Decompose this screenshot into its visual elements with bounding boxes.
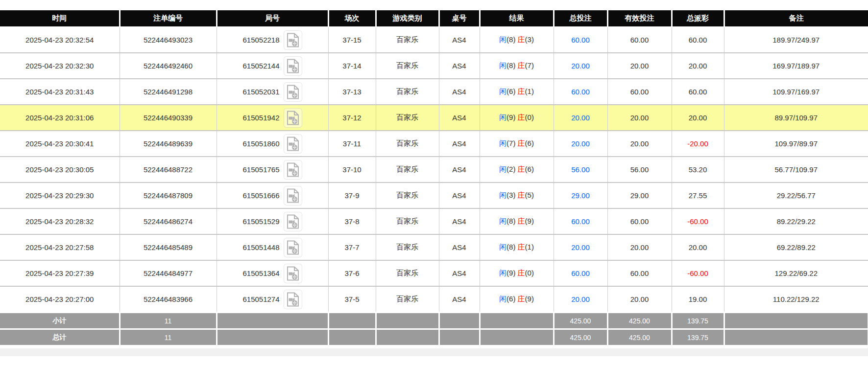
- result-player-label: 闲: [499, 139, 506, 147]
- time-cell: 2025-04-23 20:31:43: [0, 79, 120, 105]
- bet-id-cell: 522446487809: [120, 182, 217, 208]
- remark-cell: 189.97/249.97: [724, 27, 868, 53]
- remark-cell: 110.22/129.22: [724, 286, 868, 313]
- payout-cell: 20.00: [672, 234, 724, 260]
- payout-cell: 27.55: [672, 182, 724, 208]
- valid-bet-cell: 60.00: [607, 260, 672, 286]
- result-banker-score: (0): [525, 269, 534, 277]
- bet-id-cell: 522446485489: [120, 234, 217, 260]
- bet-records-page: 时间注单编号局号场次游戏类别桌号结果总投注有效投注总派彩备注 2025-04-2…: [0, 10, 868, 356]
- column-header-time: 时间: [0, 10, 120, 27]
- session-cell: 37-11: [328, 131, 376, 157]
- total-bet-cell: 20.00: [554, 286, 607, 313]
- video-icon: [287, 59, 299, 73]
- video-replay-button[interactable]: [284, 82, 302, 102]
- total-bet-link[interactable]: 20.00: [571, 139, 590, 148]
- total-bet-cell: 60.00: [554, 27, 607, 53]
- column-header-session: 场次: [328, 10, 376, 27]
- payout-cell: -60.00: [672, 260, 724, 286]
- round-wrap: 615051942: [242, 108, 302, 128]
- table-no-cell: AS4: [439, 260, 480, 286]
- session-cell: 37-14: [328, 53, 376, 79]
- video-replay-button[interactable]: [284, 212, 302, 231]
- payout-cell: -60.00: [672, 208, 724, 234]
- bet-id-cell: 522446493023: [120, 27, 217, 53]
- total-bet-link[interactable]: 20.00: [571, 114, 590, 122]
- result-player-label: 闲: [499, 165, 506, 173]
- remark-cell: 69.22/89.22: [724, 234, 868, 260]
- valid-bet-cell: 56.00: [607, 157, 672, 182]
- table-row: 2025-04-23 20:27:00522446483966615051274…: [0, 286, 868, 313]
- session-cell: 37-12: [328, 105, 376, 131]
- video-replay-button[interactable]: [284, 264, 302, 283]
- total-bet-cell: 56.00: [554, 157, 607, 182]
- subtotal-empty-game: [376, 313, 439, 329]
- game-type-cell: 百家乐: [376, 53, 439, 79]
- video-replay-button[interactable]: [284, 30, 302, 50]
- table-row: 2025-04-23 20:29:30522446487809615051666…: [0, 182, 868, 208]
- result-player-label: 闲: [499, 269, 506, 277]
- time-cell: 2025-04-23 20:27:39: [0, 260, 120, 286]
- result-cell: 闲(2) 庄(6): [480, 157, 554, 182]
- valid-bet-cell: 20.00: [607, 234, 672, 260]
- game-type-cell: 百家乐: [376, 105, 439, 131]
- video-replay-button[interactable]: [284, 134, 302, 154]
- table-row: 2025-04-23 20:31:06522446490339615051942…: [0, 105, 868, 131]
- video-replay-button[interactable]: [284, 290, 302, 309]
- total-empty-session: [328, 329, 376, 346]
- bet-id-cell: 522446491298: [120, 79, 217, 105]
- result-cell: 闲(9) 庄(0): [480, 105, 554, 131]
- session-cell: 37-15: [328, 27, 376, 53]
- round-cell: 615052144: [217, 53, 328, 79]
- round-wrap: 615051765: [242, 160, 302, 180]
- result-banker-label: 庄: [518, 87, 525, 95]
- total-empty-result: [480, 329, 554, 346]
- table-no-cell: AS4: [439, 105, 480, 131]
- total-bet-link[interactable]: 29.00: [571, 191, 590, 200]
- round-wrap: 615051448: [242, 238, 302, 257]
- result-player-score: (3): [506, 191, 518, 199]
- result-player-score: (8): [506, 243, 518, 251]
- subtotal-empty-result: [480, 313, 554, 329]
- remark-cell: 109.97/89.97: [724, 131, 868, 157]
- total-bet-cell: 60.00: [554, 260, 607, 286]
- total-bet-link[interactable]: 56.00: [571, 165, 590, 174]
- total-bet-link[interactable]: 20.00: [571, 295, 590, 303]
- video-replay-button[interactable]: [284, 108, 302, 128]
- result-banker-label: 庄: [518, 191, 525, 199]
- total-bet-link[interactable]: 60.00: [571, 36, 590, 44]
- total-bet-cell: 60.00: [554, 79, 607, 105]
- result-banker-label: 庄: [518, 165, 525, 173]
- video-replay-button[interactable]: [284, 160, 302, 180]
- round-id: 615052218: [242, 36, 279, 44]
- result-player-score: (8): [506, 35, 518, 44]
- total-valid-bet: 425.00: [607, 329, 672, 346]
- total-bet-link[interactable]: 20.00: [571, 243, 590, 251]
- result-cell: 闲(8) 庄(1): [480, 234, 554, 260]
- table-row: 2025-04-23 20:27:39522446484977615051364…: [0, 260, 868, 286]
- video-icon: [287, 85, 299, 99]
- payout-cell: 20.00: [672, 105, 724, 131]
- total-bet-link[interactable]: 60.00: [571, 217, 590, 226]
- total-bet-link[interactable]: 60.00: [571, 269, 590, 277]
- result-banker-label: 庄: [518, 35, 525, 44]
- column-header-round_id: 局号: [217, 10, 328, 27]
- subtotal-empty-table-no: [439, 313, 480, 329]
- result-cell: 闲(8) 庄(7): [480, 53, 554, 79]
- result-player-score: (7): [506, 139, 518, 147]
- total-bet-link[interactable]: 60.00: [571, 88, 590, 96]
- round-id: 615051765: [242, 165, 279, 174]
- remark-cell: 56.77/109.97: [724, 157, 868, 182]
- column-header-game: 游戏类别: [376, 10, 439, 27]
- valid-bet-cell: 20.00: [607, 131, 672, 157]
- total-payout: 139.75: [672, 329, 724, 346]
- result-banker-score: (1): [525, 87, 534, 95]
- video-replay-button[interactable]: [284, 238, 302, 257]
- game-type-cell: 百家乐: [376, 234, 439, 260]
- total-bet-link[interactable]: 20.00: [571, 62, 590, 70]
- video-replay-button[interactable]: [284, 186, 302, 205]
- video-replay-button[interactable]: [284, 56, 302, 76]
- round-id: 615051364: [242, 269, 279, 277]
- game-type-cell: 百家乐: [376, 79, 439, 105]
- table-row: 2025-04-23 20:32:54522446493023615052218…: [0, 27, 868, 53]
